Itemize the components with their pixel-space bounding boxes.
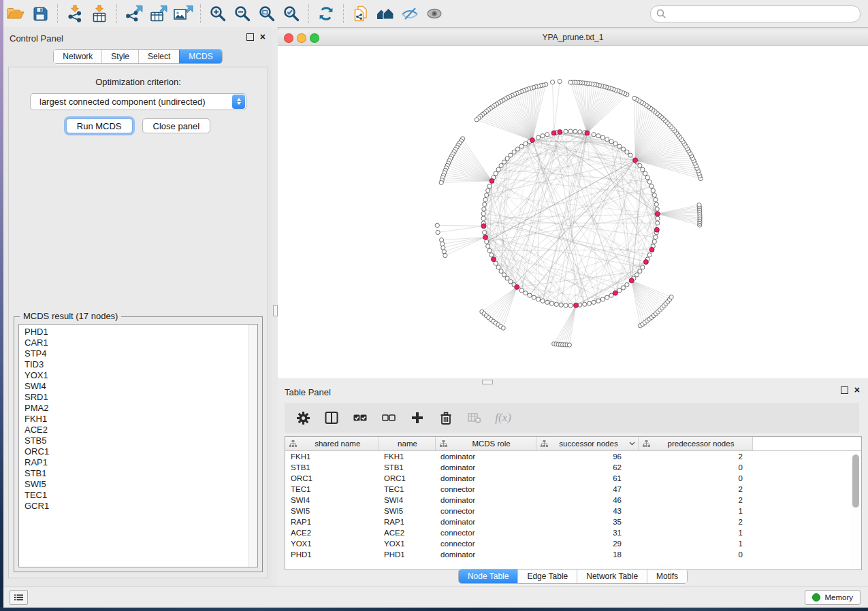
network-from-document-button[interactable] — [349, 3, 373, 24]
table-row[interactable]: SWI5SWI5connector431 — [285, 506, 861, 516]
export-image-button[interactable] — [171, 3, 195, 24]
network-node[interactable] — [605, 137, 609, 142]
network-node[interactable] — [496, 265, 500, 269]
network-node[interactable] — [605, 295, 609, 299]
network-node[interactable] — [443, 253, 447, 257]
table-row[interactable]: ACE2ACE2connector311 — [285, 527, 861, 538]
mcds-dominator-node[interactable] — [654, 227, 659, 232]
network-node[interactable] — [635, 273, 639, 277]
mcds-result-item[interactable]: SWI4 — [19, 381, 257, 392]
mcds-dominator-node[interactable] — [515, 284, 519, 289]
mcds-dominator-node[interactable] — [629, 278, 634, 283]
mcds-dominator-node[interactable] — [655, 212, 660, 216]
network-node[interactable] — [519, 288, 524, 293]
network-node[interactable] — [596, 299, 600, 303]
network-node[interactable] — [512, 150, 516, 154]
network-node[interactable] — [487, 184, 492, 188]
mcds-result-item[interactable]: STB1 — [19, 468, 257, 479]
mcds-result-list[interactable]: PHD1CAR1STP4TID3YOX1SWI4SRD1PMA2FKH1ACE2… — [18, 324, 258, 567]
network-node[interactable] — [545, 133, 549, 137]
network-node[interactable] — [649, 184, 654, 188]
network-node[interactable] — [554, 302, 558, 306]
network-node[interactable] — [536, 135, 541, 139]
mcds-dominator-node[interactable] — [613, 291, 617, 295]
mcds-result-item[interactable]: STP4 — [19, 348, 257, 359]
network-node[interactable] — [524, 291, 528, 295]
column-header-name[interactable]: name — [379, 437, 435, 451]
float-window-icon[interactable] — [246, 33, 254, 41]
table-row[interactable]: SWI4SWI4dominator462 — [285, 495, 861, 506]
network-node[interactable] — [435, 223, 439, 227]
network-node[interactable] — [505, 156, 509, 161]
network-node[interactable] — [549, 301, 553, 306]
mcds-result-item[interactable]: PHD1 — [19, 327, 257, 337]
network-node[interactable] — [532, 295, 536, 299]
search-box[interactable] — [650, 5, 861, 22]
tab-select[interactable]: Select — [138, 50, 179, 63]
network-node[interactable] — [494, 171, 498, 176]
zoom-in-button[interactable] — [206, 3, 230, 24]
table-row[interactable]: FKH1FKH1dominator962 — [285, 451, 861, 463]
deselect-all-button[interactable] — [380, 409, 398, 427]
network-node[interactable] — [568, 303, 573, 308]
mcds-result-item[interactable]: GCR1 — [19, 501, 257, 512]
network-node[interactable] — [613, 142, 617, 146]
network-node[interactable] — [600, 297, 605, 301]
float-window-icon[interactable] — [841, 386, 848, 394]
network-node[interactable] — [509, 153, 513, 157]
network-node[interactable] — [541, 299, 545, 303]
network-node[interactable] — [481, 212, 485, 216]
network-node[interactable] — [617, 144, 622, 148]
column-header-shared-name[interactable]: shared name — [285, 437, 379, 451]
zoom-fit-button[interactable] — [255, 3, 279, 24]
show-columns-button[interactable] — [323, 409, 340, 427]
network-node[interactable] — [638, 163, 642, 167]
close-panel-button[interactable]: Close panel — [142, 118, 211, 133]
network-node[interactable] — [641, 265, 645, 269]
table-scrollbar-thumb[interactable] — [852, 455, 859, 508]
network-node[interactable] — [440, 238, 444, 242]
network-graph[interactable] — [278, 46, 868, 378]
network-node[interactable] — [502, 273, 506, 277]
network-node[interactable] — [441, 246, 445, 250]
network-node[interactable] — [609, 139, 613, 144]
network-node[interactable] — [647, 253, 652, 257]
mcds-dominator-node[interactable] — [585, 131, 590, 135]
network-node[interactable] — [485, 240, 489, 244]
close-traffic-light[interactable] — [284, 33, 293, 43]
network-node[interactable] — [669, 295, 673, 299]
network-node[interactable] — [643, 171, 647, 176]
tab-style[interactable]: Style — [101, 50, 138, 63]
refresh-button[interactable] — [314, 3, 338, 24]
network-node[interactable] — [652, 240, 656, 244]
network-node[interactable] — [656, 221, 660, 225]
hide-unhide-button[interactable] — [398, 3, 422, 24]
tab-edge-table[interactable]: Edge Table — [517, 569, 577, 583]
mcds-dominator-node[interactable] — [492, 257, 496, 262]
close-icon[interactable]: × — [260, 33, 266, 41]
select-all-button[interactable] — [351, 409, 369, 427]
mcds-dominator-node[interactable] — [530, 138, 534, 143]
network-node[interactable] — [632, 96, 637, 100]
tab-network[interactable]: Network — [54, 50, 101, 63]
network-node[interactable] — [483, 231, 487, 235]
network-node[interactable] — [559, 303, 563, 307]
network-node[interactable] — [583, 302, 587, 306]
network-node[interactable] — [481, 216, 485, 220]
add-column-button[interactable] — [408, 409, 426, 427]
network-node[interactable] — [628, 153, 632, 157]
network-node[interactable] — [536, 297, 541, 301]
table-row[interactable]: RAP1RAP1dominator352 — [285, 516, 861, 527]
splitter-grip[interactable] — [273, 305, 278, 316]
column-header-predecessor-nodes[interactable]: predecessor nodes — [638, 437, 752, 451]
mcds-result-item[interactable]: FKH1 — [19, 414, 257, 425]
memory-button[interactable]: Memory — [805, 590, 861, 605]
network-node[interactable] — [587, 301, 591, 306]
splitter-grip[interactable] — [482, 380, 493, 384]
network-node[interactable] — [654, 197, 658, 201]
tab-motifs[interactable]: Motifs — [647, 569, 687, 583]
mcds-dominator-node[interactable] — [489, 178, 494, 183]
network-node[interactable] — [592, 300, 596, 304]
network-node[interactable] — [573, 129, 577, 133]
export-network-button[interactable] — [122, 3, 146, 24]
